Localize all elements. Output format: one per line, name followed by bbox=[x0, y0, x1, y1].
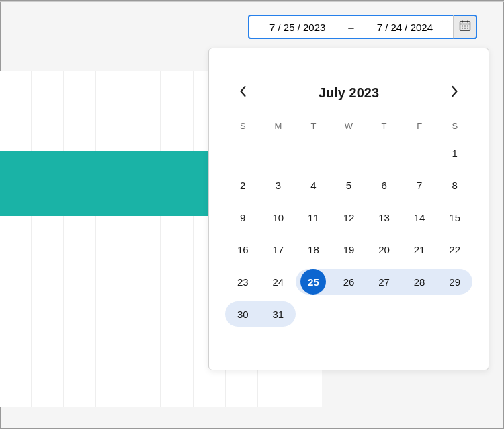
day-cell[interactable]: 12 bbox=[331, 201, 367, 233]
day-cell[interactable]: 19 bbox=[331, 233, 367, 266]
weekday-label: M bbox=[261, 121, 296, 131]
day-cell-empty bbox=[402, 136, 437, 169]
day-cell[interactable]: 9 bbox=[225, 201, 261, 233]
day-cell-empty bbox=[296, 136, 331, 169]
day-cell[interactable]: 28 bbox=[402, 266, 437, 298]
calendar-month-title: July 2023 bbox=[319, 85, 379, 101]
svg-point-1 bbox=[462, 26, 463, 27]
weekday-label: S bbox=[225, 121, 261, 131]
svg-point-3 bbox=[467, 26, 468, 27]
day-cell[interactable]: 23 bbox=[225, 266, 261, 298]
day-cell[interactable]: 26 bbox=[331, 266, 367, 298]
day-cell-empty bbox=[366, 136, 402, 169]
day-cell[interactable]: 24 bbox=[261, 266, 296, 298]
day-cell[interactable]: 2 bbox=[225, 169, 261, 201]
end-date-segment[interactable]: 7 / 24 / 2024 bbox=[357, 22, 453, 33]
start-date-segment[interactable]: 7 / 25 / 2023 bbox=[249, 22, 345, 33]
weekday-label: T bbox=[366, 121, 402, 131]
day-cell[interactable]: 10 bbox=[261, 201, 296, 233]
calendar-icon bbox=[459, 20, 471, 34]
calendar-popover: July 2023 SMTWTFS 1234567891011121314151… bbox=[208, 48, 489, 370]
chevron-left-icon bbox=[239, 85, 247, 100]
day-cell[interactable]: 11 bbox=[296, 201, 331, 233]
svg-point-5 bbox=[464, 28, 466, 29]
svg-point-2 bbox=[464, 26, 466, 27]
day-cell-empty bbox=[261, 136, 296, 169]
chevron-right-icon bbox=[450, 85, 459, 100]
calendar-days-grid: 1234567891011121314151617181920212223242… bbox=[225, 136, 472, 330]
day-cell[interactable]: 4 bbox=[296, 169, 331, 201]
day-cell[interactable]: 16 bbox=[225, 233, 261, 266]
day-cell[interactable]: 30 bbox=[225, 298, 261, 330]
calendar-toggle-button[interactable] bbox=[453, 15, 477, 39]
day-cell[interactable]: 17 bbox=[261, 233, 296, 266]
svg-point-6 bbox=[467, 28, 468, 29]
day-cell[interactable]: 8 bbox=[437, 169, 472, 201]
day-cell[interactable]: 15 bbox=[437, 201, 472, 233]
day-cell-empty bbox=[331, 136, 367, 169]
weekday-label: F bbox=[402, 121, 437, 131]
day-cell[interactable]: 29 bbox=[437, 266, 472, 298]
next-month-button[interactable] bbox=[446, 83, 464, 102]
day-cell[interactable]: 18 bbox=[296, 233, 331, 266]
day-cell[interactable]: 21 bbox=[402, 233, 437, 266]
day-cell[interactable]: 5 bbox=[331, 169, 367, 201]
day-cell[interactable]: 27 bbox=[366, 266, 402, 298]
day-cell[interactable]: 25 bbox=[296, 266, 331, 298]
day-cell[interactable]: 1 bbox=[437, 136, 472, 169]
day-cell[interactable]: 7 bbox=[402, 169, 437, 201]
date-range-dash: – bbox=[345, 22, 356, 33]
weekday-header-row: SMTWTFS bbox=[225, 121, 472, 136]
weekday-label: T bbox=[296, 121, 331, 131]
weekday-label: W bbox=[331, 121, 367, 131]
chart-bar bbox=[0, 151, 208, 216]
prev-month-button[interactable] bbox=[233, 83, 252, 102]
day-cell[interactable]: 20 bbox=[366, 233, 402, 266]
date-range-field[interactable]: 7 / 25 / 2023 – 7 / 24 / 2024 bbox=[248, 15, 477, 39]
day-cell[interactable]: 31 bbox=[261, 298, 296, 330]
day-cell[interactable]: 3 bbox=[261, 169, 296, 201]
day-cell-empty bbox=[225, 136, 261, 169]
svg-point-4 bbox=[462, 28, 463, 29]
day-cell[interactable]: 14 bbox=[402, 201, 437, 233]
day-cell[interactable]: 13 bbox=[366, 201, 402, 233]
weekday-label: S bbox=[437, 121, 472, 131]
day-cell[interactable]: 6 bbox=[366, 169, 402, 201]
day-cell[interactable]: 22 bbox=[437, 233, 472, 266]
